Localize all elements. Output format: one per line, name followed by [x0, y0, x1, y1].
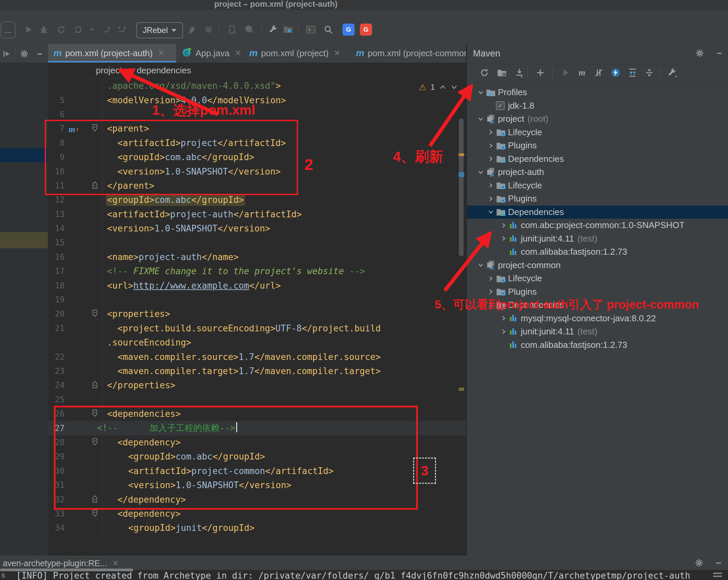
maven-download-icon[interactable]: [513, 67, 525, 79]
gear-icon[interactable]: [18, 48, 30, 60]
close-icon[interactable]: ✕: [158, 49, 164, 57]
maven-tree-item-project-common[interactable]: mproject-common: [467, 259, 728, 272]
code-line-wrap[interactable]: .apache.org/xsd/maven-4.0.0.xsd">: [48, 79, 466, 93]
maven-skip-icon[interactable]: [593, 67, 605, 79]
code-line-31[interactable]: 31<version>1.0-SNAPSHOT</version>: [48, 478, 466, 492]
code-line-32[interactable]: 32</dependency>: [48, 492, 466, 506]
chevron-down-icon[interactable]: [476, 169, 486, 175]
maven-tree-item-lifecycle[interactable]: Lifecycle: [467, 126, 728, 139]
maven-tree-item-profiles[interactable]: Profiles: [467, 86, 728, 99]
maven-tree-item-dependencies[interactable]: Dependencies: [467, 206, 728, 219]
modules-icon[interactable]: [282, 24, 294, 36]
fold-marker[interactable]: [92, 495, 98, 505]
maven-tree-item-dependencies[interactable]: Dependencies: [467, 298, 728, 312]
chevron-right-icon[interactable]: [486, 129, 496, 135]
code-line-27[interactable]: 27<!-- 加入子工程的依赖-->: [48, 421, 466, 435]
code-line-5[interactable]: 5<modelVersion>4.0.0</modelVersion>: [48, 93, 466, 107]
maven-folder-sync-icon[interactable]: [496, 67, 508, 79]
chevron-right-icon[interactable]: [486, 182, 496, 188]
maven-navigate-icon[interactable]: m↑: [69, 125, 79, 134]
fold-marker[interactable]: [92, 309, 98, 319]
horizontal-scrollbar[interactable]: [0, 569, 133, 571]
maven-tree-item-plugins[interactable]: Plugins: [467, 139, 728, 152]
chevron-right-icon[interactable]: [499, 315, 509, 321]
code-line-7[interactable]: 7m↑<parent>: [48, 122, 466, 136]
code-line-28[interactable]: 28<dependency>: [48, 435, 466, 449]
maven-tree-item-jdk-1-8[interactable]: ✓jdk-1.8: [467, 99, 728, 113]
code-line-16[interactable]: 16<name>project-auth</name>: [48, 250, 466, 264]
close-icon[interactable]: ✕: [112, 559, 119, 568]
code-line-13[interactable]: 13<artifactId>project-auth</artifactId>: [48, 207, 466, 221]
fold-marker[interactable]: [92, 124, 98, 134]
coverage-icon[interactable]: [55, 24, 67, 36]
scrollbar-info-mark[interactable]: [459, 172, 464, 177]
debug-icon[interactable]: [38, 24, 50, 36]
run-tab[interactable]: aven-archetype-plugin:RE... ✕: [3, 558, 119, 568]
code-line-30[interactable]: 30<artifactId>project-common</artifactId…: [48, 464, 466, 478]
code-line-26[interactable]: 26<dependencies>: [48, 407, 466, 421]
maven-tree-item-lifecycle[interactable]: Lifecycle: [467, 179, 728, 192]
maven-collapse-icon[interactable]: [643, 67, 655, 79]
chevron-right-icon[interactable]: [486, 302, 496, 308]
code-line-12[interactable]: 12<groupId>com.abc</groupId>: [48, 193, 466, 207]
maven-bolt-icon[interactable]: [609, 67, 622, 79]
caret-down-icon[interactable]: [86, 24, 98, 36]
code-line-34[interactable]: 34<groupId>junit</groupId>: [48, 521, 466, 535]
code-line-17[interactable]: 17<!-- FIXME change it to the project's …: [48, 264, 466, 278]
maven-tree-item-com-alibaba-fastjson-1-2-73[interactable]: com.alibaba:fastjson:1.2.73: [467, 245, 728, 259]
fold-marker[interactable]: [92, 380, 98, 390]
maven-play-icon[interactable]: [559, 67, 571, 79]
next-warning-icon[interactable]: [450, 84, 458, 90]
editor-tab-pom-xml-project-[interactable]: mpom.xml (project)✕: [244, 44, 350, 62]
maven-plus-icon[interactable]: [534, 67, 546, 79]
profile-checkbox[interactable]: ✓: [496, 101, 508, 110]
attach-icon[interactable]: [100, 24, 112, 36]
code-line-23[interactable]: 23<maven.compiler.target>1.7</maven.comp…: [48, 364, 466, 378]
hamburger-icon[interactable]: [712, 572, 723, 578]
chevron-down-icon[interactable]: [476, 89, 486, 96]
maven-tree-item-lifecycle[interactable]: Lifecycle: [467, 272, 728, 285]
editor-scrollbar[interactable]: [459, 118, 464, 256]
minimize-icon[interactable]: [34, 48, 46, 60]
chevron-down-icon[interactable]: [476, 116, 486, 122]
code-line-22[interactable]: 22<maven.compiler.source>1.7</maven.comp…: [48, 349, 466, 364]
maven-tree-item-junit-junit-4-11[interactable]: junit:junit:4.11(test): [467, 232, 728, 245]
code-line-wrap[interactable]: .sourceEncoding>: [48, 336, 466, 349]
collapse-left-icon[interactable]: [1, 48, 13, 60]
code-line-25[interactable]: 25: [48, 393, 466, 407]
chevron-right-icon[interactable]: [499, 329, 509, 335]
attach-plus-icon[interactable]: [116, 24, 128, 36]
code-line-15[interactable]: 15: [48, 236, 466, 249]
maven-tree-item-junit-junit-4-11[interactable]: junit:junit:4.11(test): [467, 325, 728, 338]
maven-tree-item-plugins[interactable]: Plugins: [467, 192, 728, 206]
code-line-24[interactable]: 24</properties>: [48, 378, 466, 392]
prev-warning-icon[interactable]: [439, 84, 446, 90]
terminal-icon[interactable]: [305, 24, 317, 36]
close-icon[interactable]: ✕: [235, 49, 241, 57]
rerun-icon[interactable]: [72, 24, 84, 36]
gear-icon[interactable]: [694, 47, 706, 59]
code-line-19[interactable]: 19: [48, 293, 466, 307]
code-line-21[interactable]: 21<project.build.sourceEncoding>UTF-8</p…: [48, 321, 466, 336]
scrollbar-warning-mark[interactable]: [459, 153, 464, 156]
maven-tree-item-project[interactable]: mproject(root): [467, 112, 728, 126]
minimize-icon[interactable]: [712, 557, 725, 569]
jrebel-run-icon[interactable]: [186, 24, 198, 36]
minimize-icon[interactable]: [713, 47, 725, 59]
chevron-right-icon[interactable]: [486, 156, 496, 162]
code-line-11[interactable]: 11</parent>: [48, 179, 466, 193]
maven-tree-item-plugins[interactable]: Plugins: [467, 285, 728, 299]
chevron-down-icon[interactable]: [486, 209, 496, 215]
chevron-right-icon[interactable]: [486, 196, 496, 202]
package-download-icon[interactable]: [243, 24, 255, 36]
code-line-8[interactable]: 8<artifactId>project</artifactId>: [48, 136, 466, 150]
maven-expand-icon[interactable]: [626, 67, 639, 79]
fold-marker[interactable]: [92, 181, 98, 191]
maven-refresh-icon[interactable]: [478, 67, 491, 79]
code-line-33[interactable]: 33<dependency>: [48, 507, 466, 521]
maven-m-icon[interactable]: m: [576, 67, 588, 79]
chevron-right-icon[interactable]: [486, 289, 496, 295]
breadcrumb-project[interactable]: project: [96, 65, 122, 76]
fold-marker[interactable]: [92, 409, 98, 419]
maven-tree-item-dependencies[interactable]: Dependencies: [467, 152, 728, 166]
